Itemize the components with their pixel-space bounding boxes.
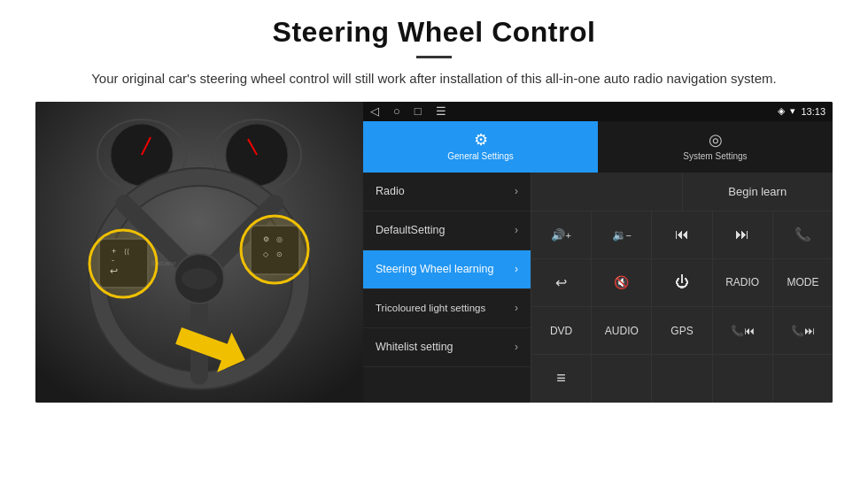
dvd-label: DVD <box>550 325 572 337</box>
mute-icon: 🔇 <box>614 275 629 289</box>
begin-learn-row: Begin learn <box>531 173 833 211</box>
begin-learn-left-empty <box>531 173 683 211</box>
radio-button[interactable]: RADIO <box>713 259 773 306</box>
menu-item-whitelist[interactable]: Whitelist setting › <box>363 328 531 367</box>
tab-system-label: System Settings <box>683 151 747 161</box>
empty-btn-5 <box>773 355 833 402</box>
status-bar: ◁ ○ □ ☰ ◈ ▾ 13:13 <box>363 102 833 121</box>
svg-point-24 <box>89 230 157 297</box>
next-track-button[interactable]: ⏭ <box>713 211 773 258</box>
tab-system[interactable]: ◎ System Settings <box>598 121 833 173</box>
chevron-icon-steering: › <box>515 263 518 275</box>
menu-item-tricoloured-label: Tricoloured light settings <box>376 302 485 315</box>
system-settings-icon: ◎ <box>709 130 723 150</box>
next-track-icon: ⏭ <box>735 227 749 242</box>
phone-icon: 📞 <box>794 227 811 242</box>
general-settings-icon: ⚙ <box>474 130 488 150</box>
list-icon: ≡ <box>556 369 566 388</box>
call-next-icon: 📞⏭ <box>791 325 815 337</box>
main-split: Radio › DefaultSetting › Steering Wheel … <box>363 173 833 403</box>
nav-home-icon[interactable]: ○ <box>393 104 400 118</box>
radio-label: RADIO <box>725 276 759 288</box>
time-display: 13:13 <box>801 106 825 117</box>
svg-point-25 <box>241 216 308 283</box>
control-row-2: ↩ 🔇 ⏻ RADIO MOD <box>531 259 833 307</box>
chevron-icon-default: › <box>515 224 518 236</box>
control-row-1: 🔊+ 🔉− ⏮ ⏭ 📞 <box>531 211 833 259</box>
empty-btn-4 <box>713 355 773 402</box>
chevron-icon-whitelist: › <box>515 341 518 353</box>
tab-general-label: General Settings <box>447 151 514 161</box>
gps-label: GPS <box>670 325 693 337</box>
page-container: Steering Wheel Control Your original car… <box>0 0 868 411</box>
status-bar-nav: ◁ ○ □ ☰ <box>370 104 446 118</box>
menu-item-tricoloured[interactable]: Tricoloured light settings › <box>363 289 531 328</box>
vol-up-icon: 🔊+ <box>551 228 570 242</box>
location-icon: ◈ <box>778 105 785 117</box>
chevron-icon-tricoloured: › <box>515 302 518 314</box>
menu-item-default-setting[interactable]: DefaultSetting › <box>363 211 531 250</box>
menu-item-steering-label: Steering Wheel learning <box>376 263 493 275</box>
begin-learn-button[interactable]: Begin learn <box>683 173 833 211</box>
wifi-icon: ▾ <box>790 105 795 117</box>
right-panel: Begin learn 🔊+ 🔉− <box>531 173 833 403</box>
svg-point-13 <box>182 268 217 289</box>
call-next-button[interactable]: 📞⏭ <box>773 307 833 354</box>
prev-track-icon: ⏮ <box>675 227 689 242</box>
nav-back-icon[interactable]: ◁ <box>370 104 379 118</box>
gps-button[interactable]: GPS <box>652 307 712 354</box>
car-image-area: + - ⟨⟨ ↩ ⚙ ◎ ◇ ⊙ Seicane <box>35 102 363 403</box>
title-section: Steering Wheel Control Your original car… <box>35 16 833 89</box>
mode-button[interactable]: MODE <box>773 259 833 306</box>
status-bar-info: ◈ ▾ 13:13 <box>778 105 825 117</box>
tab-general[interactable]: ⚙ General Settings <box>363 121 598 173</box>
call-prev-button[interactable]: 📞⏮ <box>713 307 773 354</box>
call-prev-icon: 📞⏮ <box>731 325 755 337</box>
menu-item-default-label: DefaultSetting <box>376 224 446 236</box>
hang-up-button[interactable]: ↩ <box>531 259 592 306</box>
car-image-svg: + - ⟨⟨ ↩ ⚙ ◎ ◇ ⊙ Seicane <box>35 102 363 403</box>
tab-bar: ⚙ General Settings ◎ System Settings <box>363 121 833 173</box>
menu-item-radio[interactable]: Radio › <box>363 173 531 211</box>
empty-btn-3 <box>652 355 712 402</box>
control-row-4: ≡ <box>531 355 833 402</box>
svg-text:Seicane: Seicane <box>151 259 176 267</box>
vol-down-icon: 🔉− <box>612 228 632 242</box>
subtitle: Your original car's steering wheel contr… <box>71 69 797 89</box>
audio-button[interactable]: AUDIO <box>592 307 652 354</box>
menu-item-whitelist-label: Whitelist setting <box>376 341 453 353</box>
menu-item-radio-label: Radio <box>376 185 405 197</box>
power-button[interactable]: ⏻ <box>652 259 712 306</box>
control-row-3: DVD AUDIO GPS 📞⏮ <box>531 307 833 355</box>
vol-down-button[interactable]: 🔉− <box>592 211 652 258</box>
mute-button[interactable]: 🔇 <box>592 259 652 306</box>
prev-track-button[interactable]: ⏮ <box>652 211 712 258</box>
nav-recent-icon[interactable]: □ <box>415 104 422 118</box>
controls-grid: 🔊+ 🔉− ⏮ ⏭ 📞 <box>531 211 833 403</box>
vol-up-button[interactable]: 🔊+ <box>531 211 592 258</box>
phone-button[interactable]: 📞 <box>773 211 833 258</box>
list-button[interactable]: ≡ <box>531 355 592 402</box>
mode-label: MODE <box>787 276 818 288</box>
hang-up-icon: ↩ <box>555 274 567 291</box>
empty-btn-2 <box>592 355 652 402</box>
menu-panel: Radio › DefaultSetting › Steering Wheel … <box>363 173 531 403</box>
menu-item-steering-wheel[interactable]: Steering Wheel learning › <box>363 250 531 289</box>
dvd-button[interactable]: DVD <box>531 307 592 354</box>
content-area: + - ⟨⟨ ↩ ⚙ ◎ ◇ ⊙ Seicane <box>35 102 833 403</box>
power-icon: ⏻ <box>675 274 689 290</box>
android-ui: ◁ ○ □ ☰ ◈ ▾ 13:13 ⚙ General Settings <box>363 102 833 403</box>
chevron-icon-radio: › <box>515 185 518 197</box>
audio-label: AUDIO <box>605 325 639 337</box>
title-divider <box>416 56 452 58</box>
page-title: Steering Wheel Control <box>35 16 833 49</box>
nav-menu-icon[interactable]: ☰ <box>436 104 446 118</box>
